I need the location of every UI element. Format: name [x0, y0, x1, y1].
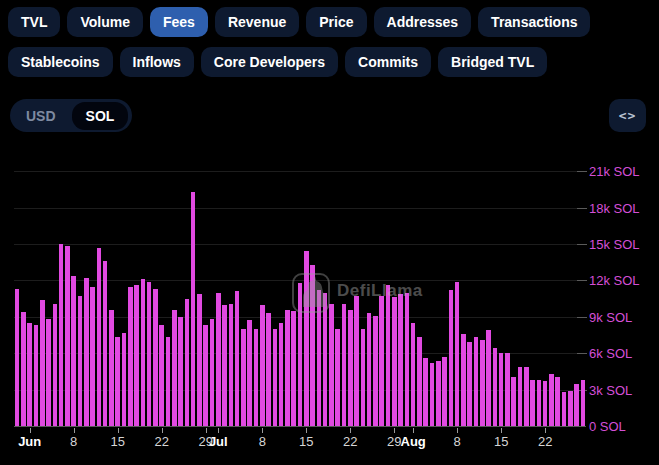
fee-bar	[266, 313, 271, 426]
fee-bar	[499, 353, 504, 426]
x-axis-label: 22	[538, 434, 552, 449]
fee-bar	[417, 337, 422, 426]
fee-bar	[342, 304, 347, 427]
fee-bar	[398, 294, 403, 426]
fee-bar	[486, 330, 491, 426]
fee-bar	[21, 312, 26, 426]
fee-bar	[524, 367, 529, 426]
fee-bar	[373, 316, 378, 426]
gridline	[14, 244, 586, 245]
x-axis-label: 8	[259, 434, 266, 449]
tab-commits[interactable]: Commits	[345, 47, 431, 77]
fee-bar	[367, 313, 372, 426]
y-axis-label: 6k SOL	[589, 346, 632, 361]
tab-price[interactable]: Price	[306, 7, 366, 37]
fee-bar	[34, 325, 39, 426]
x-axis-label: 15	[110, 434, 124, 449]
fee-bar	[216, 293, 221, 426]
tab-transactions[interactable]: Transactions	[478, 7, 590, 37]
fee-bar	[109, 310, 114, 426]
fee-bar	[348, 310, 353, 426]
fee-bar	[430, 363, 435, 426]
x-tick-mark	[162, 428, 163, 433]
fee-bar	[128, 287, 133, 426]
fee-bar	[247, 320, 252, 426]
tab-bridged-tvl[interactable]: Bridged TVL	[438, 47, 547, 77]
fee-bar	[65, 246, 70, 426]
fee-bar	[254, 329, 259, 426]
fee-bar	[235, 291, 240, 426]
fee-bar	[40, 300, 45, 426]
x-axis-label: Jun	[18, 434, 41, 449]
fee-bar	[543, 381, 548, 426]
x-tick-mark	[262, 428, 263, 433]
x-tick-mark	[457, 428, 458, 433]
currency-option-usd[interactable]: USD	[12, 108, 70, 124]
fee-bar	[361, 329, 366, 426]
x-tick-mark	[30, 428, 31, 433]
y-axis-label: 18k SOL	[589, 201, 640, 216]
fees-dashboard: TVLVolumeFeesRevenuePriceAddressesTransa…	[0, 0, 659, 465]
tab-inflows[interactable]: Inflows	[120, 47, 194, 77]
fee-bar	[141, 279, 146, 426]
y-tick-mark	[577, 280, 587, 281]
x-axis-label: 8	[70, 434, 77, 449]
tab-revenue[interactable]: Revenue	[215, 7, 299, 37]
x-axis-label: Jul	[209, 434, 228, 449]
y-axis-label: 12k SOL	[589, 273, 640, 288]
fee-bar	[405, 293, 410, 426]
y-axis-label: 21k SOL	[589, 164, 640, 179]
fee-bar	[493, 348, 498, 426]
fee-bar	[386, 285, 391, 426]
fee-bar	[555, 377, 560, 426]
fee-bar	[581, 380, 586, 426]
fee-bar	[90, 287, 95, 426]
gridline	[14, 208, 586, 209]
fee-bar	[568, 391, 573, 426]
fee-bar	[166, 337, 171, 426]
fee-bar	[442, 357, 447, 426]
fee-bar	[222, 305, 227, 426]
fee-bar	[505, 353, 510, 426]
fee-bar	[178, 317, 183, 426]
fee-bar	[53, 304, 58, 427]
fee-bar	[392, 297, 397, 426]
fee-bar	[411, 323, 416, 426]
fee-bar	[191, 192, 196, 426]
x-tick-mark	[74, 428, 75, 433]
tab-volume[interactable]: Volume	[67, 7, 143, 37]
currency-option-sol[interactable]: SOL	[72, 102, 129, 130]
fee-bar	[298, 283, 303, 426]
fee-bar	[279, 323, 284, 426]
fee-bar	[185, 299, 190, 426]
fee-bar	[147, 282, 152, 426]
gridline	[14, 171, 586, 172]
tab-core-developers[interactable]: Core Developers	[201, 47, 338, 77]
x-tick-mark	[545, 428, 546, 433]
tab-addresses[interactable]: Addresses	[374, 7, 472, 37]
fee-bar	[304, 251, 309, 426]
tab-tvl[interactable]: TVL	[8, 7, 60, 37]
fee-bar	[260, 305, 265, 426]
fee-bar	[467, 342, 472, 426]
embed-code-button[interactable]: <>	[609, 99, 646, 132]
fee-bar	[210, 319, 215, 426]
y-axis-label: 9k SOL	[589, 310, 632, 325]
y-tick-mark	[577, 353, 587, 354]
fee-bar	[153, 289, 158, 426]
fee-bar	[122, 333, 127, 426]
y-axis-label: 3k SOL	[589, 383, 632, 398]
tab-stablecoins[interactable]: Stablecoins	[8, 47, 113, 77]
fee-bar	[549, 374, 554, 426]
fee-bar	[229, 304, 234, 427]
fee-bar	[461, 334, 466, 426]
fee-bar	[574, 384, 579, 426]
fees-bar-chart[interactable]	[14, 151, 586, 427]
fee-bar	[59, 244, 64, 426]
x-tick-mark	[218, 428, 219, 433]
fee-bar	[285, 310, 290, 426]
tab-fees[interactable]: Fees	[150, 7, 208, 37]
x-axis-label: 22	[343, 434, 357, 449]
fee-bar	[159, 325, 164, 426]
x-axis-label: 15	[494, 434, 508, 449]
